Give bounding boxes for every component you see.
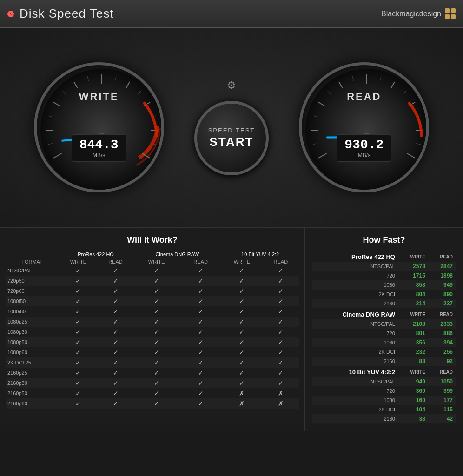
yuv-header: 10 Bit YUV 4:2:2 xyxy=(221,251,299,258)
yuv-read-header: READ xyxy=(263,258,299,265)
will-it-work-title: Will It Work? xyxy=(6,235,299,245)
title-bar: × Disk Speed Test Blackmagicdesign xyxy=(0,0,463,28)
speed-section-header: ProRes 422 HQWRITEREAD xyxy=(312,251,456,262)
brand-dot-3 xyxy=(445,14,450,19)
brand-dots xyxy=(445,8,456,19)
will-it-work-panel: Will It Work? ProRes 422 HQ Cinema DNG R… xyxy=(0,228,305,431)
table-row: 2160p30✓✓✓✓✓✓ xyxy=(6,378,299,388)
table-row: 720p60✓✓✓✓✓✓ xyxy=(6,286,299,296)
how-fast-title: How Fast? xyxy=(312,235,456,245)
list-item: 1080858949 xyxy=(312,280,456,290)
write-value-box: 844.3 MB/s xyxy=(72,134,126,162)
list-item: NTSC/PAL21082333 xyxy=(312,319,456,329)
speed-test-button[interactable]: SPEED TEST START xyxy=(194,101,269,175)
list-item: 720360399 xyxy=(312,386,456,396)
read-gauge-outer: READ 930.2 MB/s xyxy=(299,62,429,192)
list-item: 1080356394 xyxy=(312,338,456,347)
brand-dot-2 xyxy=(451,8,456,13)
table-row: 1080p60✓✓✓✓✓✓ xyxy=(6,347,299,357)
read-gauge-svg xyxy=(302,65,429,192)
yuv-write-header: WRITE xyxy=(221,258,262,265)
list-item: 21603842 xyxy=(312,414,456,423)
brand-dot-1 xyxy=(445,8,450,13)
read-label: READ xyxy=(302,91,426,103)
table-row: 2160p60✓✓✓✓✗✗ xyxy=(6,398,299,409)
read-value: 930.2 xyxy=(344,138,384,152)
list-item: 21608392 xyxy=(312,357,456,366)
brand-dot-4 xyxy=(451,14,456,19)
title-bar-left: × Disk Speed Test xyxy=(7,7,113,21)
settings-icon[interactable]: ⚙ xyxy=(227,79,236,92)
write-gauge: WRITE 844.3 MB/s xyxy=(34,62,164,192)
write-label: WRITE xyxy=(37,91,161,103)
gauge-section: WRITE 844.3 MB/s ⚙ SPEED TEST START xyxy=(0,28,463,228)
cinema-read-header: READ xyxy=(180,258,221,265)
svg-point-22 xyxy=(305,69,428,192)
svg-point-0 xyxy=(40,69,163,192)
format-col-header xyxy=(6,251,59,258)
prores-write-header: WRITE xyxy=(59,258,98,265)
cinema-dng-header: Cinema DNG RAW xyxy=(133,251,221,258)
compatibility-table: ProRes 422 HQ Cinema DNG RAW 10 Bit YUV … xyxy=(6,251,299,409)
write-value: 844.3 xyxy=(79,138,119,152)
table-row: NTSC/PAL✓✓✓✓✓✓ xyxy=(6,265,299,276)
prores-read-header: READ xyxy=(98,258,133,265)
list-item: 2K DCI232256 xyxy=(312,347,456,357)
read-gauge: READ 930.2 MB/s xyxy=(299,62,429,192)
read-value-box: 930.2 MB/s xyxy=(337,134,391,162)
speed-table: ProRes 422 HQWRITEREADNTSC/PAL2573284772… xyxy=(312,251,456,423)
table-row: 1080p50✓✓✓✓✓✓ xyxy=(6,337,299,347)
speed-test-line1: SPEED TEST xyxy=(208,127,255,134)
table-row: 1080i50✓✓✓✓✓✓ xyxy=(6,296,299,306)
close-button[interactable]: × xyxy=(7,11,14,17)
brand-name: Blackmagicdesign xyxy=(381,10,441,18)
list-item: NTSC/PAL9491050 xyxy=(312,377,456,386)
speed-test-line2: START xyxy=(210,135,254,149)
speed-section-header: 10 Bit YUV 4:2:2WRITEREAD xyxy=(312,366,456,377)
format-subheader: FORMAT xyxy=(6,258,59,265)
list-item: 720801886 xyxy=(312,329,456,338)
list-item: 72017151898 xyxy=(312,271,456,280)
write-gauge-svg xyxy=(37,65,164,192)
write-unit: MB/s xyxy=(79,152,119,159)
center-area: ⚙ SPEED TEST START xyxy=(194,79,269,175)
table-row: 1080p25✓✓✓✓✓✓ xyxy=(6,317,299,327)
how-fast-panel: How Fast? ProRes 422 HQWRITEREADNTSC/PAL… xyxy=(305,228,463,431)
cinema-write-header: WRITE xyxy=(133,258,180,265)
brand-logo: Blackmagicdesign xyxy=(381,8,456,19)
app-title: Disk Speed Test xyxy=(20,7,113,21)
table-row: 720p50✓✓✓✓✓✓ xyxy=(6,276,299,286)
table-row: 2160p25✓✓✓✓✓✓ xyxy=(6,368,299,378)
table-row: 2160p50✓✓✓✓✗✗ xyxy=(6,388,299,398)
read-unit: MB/s xyxy=(344,152,384,159)
data-section: Will It Work? ProRes 422 HQ Cinema DNG R… xyxy=(0,228,463,431)
table-row: 1080i60✓✓✓✓✓✓ xyxy=(6,306,299,317)
prores-header: ProRes 422 HQ xyxy=(59,251,133,258)
table-row: 1080p30✓✓✓✓✓✓ xyxy=(6,327,299,337)
list-item: NTSC/PAL25732847 xyxy=(312,262,456,271)
list-item: 2K DCI104115 xyxy=(312,405,456,414)
list-item: 1080160177 xyxy=(312,396,456,405)
list-item: 2K DCI804890 xyxy=(312,290,456,299)
speed-section-header: Cinema DNG RAWWRITEREAD xyxy=(312,308,456,319)
list-item: 2160214237 xyxy=(312,299,456,308)
write-gauge-outer: WRITE 844.3 MB/s xyxy=(34,62,164,192)
table-row: 2K DCI 25✓✓✓✓✓✓ xyxy=(6,357,299,368)
